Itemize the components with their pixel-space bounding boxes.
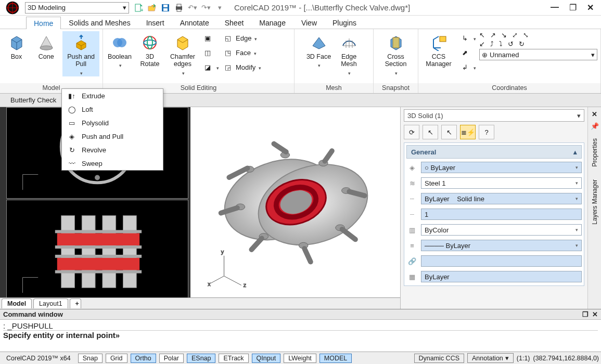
axis-icon[interactable]: ↘ — [501, 31, 507, 39]
menu-sweep[interactable]: 〰Sweep — [62, 157, 163, 170]
prop-lineweight-value[interactable]: ──── ByLayer▾ — [421, 240, 582, 251]
menu-pushpull[interactable]: ◈Push and Pull — [62, 129, 163, 143]
axis-icon[interactable]: ↺ — [508, 40, 514, 48]
row-separate[interactable]: ◫ — [202, 46, 219, 59]
axis-icon[interactable]: ↻ — [519, 40, 525, 48]
selection-dropdown[interactable]: 3D Solid (1) ▾ — [404, 109, 584, 122]
restore-button[interactable]: ❐ — [569, 3, 577, 12]
coord-r1[interactable]: ↳ — [459, 31, 476, 45]
axis-icon[interactable]: ↙ — [479, 40, 485, 48]
cross-section-button[interactable]: Cross Section — [378, 31, 414, 76]
row-edge[interactable]: ◱Edge — [222, 31, 261, 45]
row-imprint[interactable]: ▣ — [202, 31, 219, 45]
lineweight-icon: ≡ — [406, 240, 418, 251]
close-icon[interactable]: ✕ — [592, 310, 598, 318]
ccs-name-dropdown[interactable]: ⊕ Unnamed ▾ — [479, 49, 597, 60]
boolean-button[interactable]: Boolean — [106, 31, 133, 69]
prop-hyperlink-value[interactable] — [421, 255, 582, 267]
status-annotation[interactable]: Annotation▾ — [467, 353, 514, 363]
prop-transparency-value[interactable]: ByLayer — [421, 271, 582, 282]
svg-rect-2 — [135, 4, 140, 11]
print-icon[interactable] — [174, 3, 184, 13]
row-shell[interactable]: ◪ — [202, 60, 219, 74]
prop-layer-value[interactable]: Steel 1▾ — [421, 177, 582, 189]
filter-button[interactable]: ≣⚡ — [460, 125, 476, 139]
space-tab-layout1[interactable]: Layout1 — [33, 298, 68, 308]
status-polar[interactable]: Polar — [159, 354, 184, 363]
undo-icon[interactable]: ↶▾ — [187, 3, 198, 13]
status-qinput[interactable]: QInput — [252, 354, 281, 363]
minimize-button[interactable]: — — [551, 3, 559, 12]
menu-polysolid[interactable]: ▭Polysolid — [62, 116, 163, 129]
section-general[interactable]: General ▴ — [406, 145, 582, 159]
close-panel-icon[interactable]: ✕ — [592, 110, 597, 118]
command-prompt[interactable]: Specify entity or internal point» — [3, 331, 598, 340]
row-modify[interactable]: ◲Modify — [222, 60, 261, 74]
axis-icon[interactable]: ⤴ — [490, 40, 494, 48]
quickselect-button[interactable]: ↖ — [441, 125, 457, 139]
coord-r2[interactable]: ⬈ — [459, 46, 476, 59]
menu-revolve[interactable]: ↻Revolve — [62, 143, 163, 157]
status-lweight[interactable]: LWeight — [284, 354, 316, 363]
prop-plotstyle-value[interactable]: ByColor▾ — [421, 224, 582, 236]
prop-linescale-value[interactable]: 1 — [421, 209, 582, 220]
tab-solids-meshes[interactable]: Solids and Meshes — [61, 16, 138, 29]
tab-insert[interactable]: Insert — [138, 16, 172, 29]
help-button[interactable]: ? — [479, 125, 494, 139]
status-model[interactable]: MODEL — [319, 354, 352, 363]
viewport-iso[interactable]: y z x — [190, 107, 400, 297]
viewport-front[interactable] — [6, 200, 188, 302]
axis-icon[interactable]: ⤡ — [523, 31, 529, 39]
rotate3d-button[interactable]: 3D Rotate — [136, 31, 163, 68]
viewport-column: y z x Model Layout1 + — [0, 107, 400, 309]
tab-layers-manager[interactable]: Layers Manager — [590, 175, 600, 229]
axis-icon[interactable]: ⤵ — [499, 40, 503, 48]
status-dynccs[interactable]: Dynamic CCS — [414, 354, 465, 363]
edgemesh-button[interactable]: Edge Mesh — [336, 31, 363, 76]
tab-annotate[interactable]: Annotate — [172, 16, 217, 29]
toggle-pickadd-button[interactable]: ⟳ — [404, 125, 419, 139]
save-icon[interactable] — [160, 3, 171, 13]
select-button[interactable]: ↖ — [423, 125, 438, 139]
tab-manage[interactable]: Manage — [251, 16, 293, 29]
tab-home[interactable]: Home — [26, 17, 61, 29]
axis-icon[interactable]: ↗ — [490, 31, 496, 39]
status-grid[interactable]: Grid — [106, 354, 127, 363]
box-button[interactable]: Box — [3, 31, 30, 60]
new-icon[interactable]: + — [133, 3, 144, 13]
axis-icon[interactable]: ↖ — [479, 31, 485, 39]
status-esnap[interactable]: ESnap — [187, 354, 216, 363]
tab-plugins[interactable]: Plugins — [325, 16, 364, 29]
tab-properties[interactable]: Properties — [590, 134, 600, 171]
push-pull-button[interactable]: Push and Pull — [62, 31, 99, 76]
qat-more-icon[interactable]: ▾ — [214, 3, 225, 13]
close-button[interactable]: ✕ — [587, 3, 594, 12]
prop-linetype-value[interactable]: ByLayer Solid line▾ — [421, 193, 582, 204]
status-etrack[interactable]: ETrack — [219, 354, 248, 363]
open-icon[interactable] — [147, 3, 157, 13]
coord-r3[interactable]: ↲ — [459, 60, 476, 74]
row-face[interactable]: ◳Face — [222, 46, 261, 59]
space-tab-model[interactable]: Model — [2, 298, 32, 308]
space-tab-add[interactable]: + — [70, 298, 81, 308]
status-snap[interactable]: Snap — [78, 354, 103, 363]
prop-color-value[interactable]: ○ ByLayer▾ — [421, 162, 582, 173]
chamfer-button[interactable]: Chamfer edges — [167, 31, 199, 76]
axis-icon[interactable]: ⤢ — [512, 31, 518, 39]
tab-view[interactable]: View — [293, 16, 325, 29]
loft-icon: ◯ — [66, 105, 78, 114]
cone-button[interactable]: Cone — [33, 31, 59, 60]
ribbon: Box Cone Push and Pull Model Boolean 3D … — [0, 29, 601, 94]
tab-sheet[interactable]: Sheet — [217, 16, 252, 29]
menu-loft[interactable]: ◯Loft — [62, 102, 163, 116]
menu-extrude[interactable]: ▮↑Extrude — [62, 89, 163, 102]
pin-icon[interactable]: 📌 — [591, 122, 599, 130]
document-tab[interactable]: Butterfly Check — [10, 96, 56, 104]
status-scale[interactable]: (1:1) — [517, 355, 530, 362]
restore-icon[interactable]: ❐ — [582, 310, 589, 318]
workspace-dropdown[interactable]: 3D Modeling ▾ — [25, 2, 129, 14]
redo-icon[interactable]: ↷▾ — [201, 3, 211, 13]
ccs-manager-button[interactable]: CCS Manager — [421, 31, 456, 68]
3dface-button[interactable]: 3D Face — [305, 31, 333, 69]
status-ortho[interactable]: Ortho — [131, 354, 156, 363]
